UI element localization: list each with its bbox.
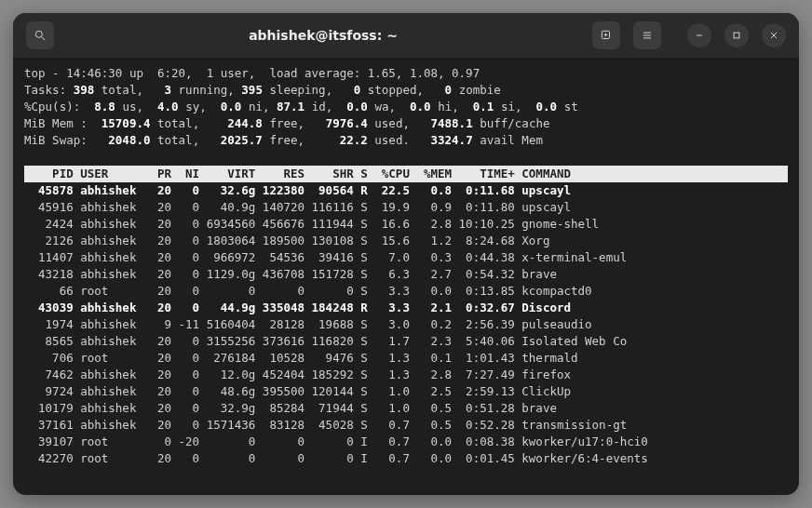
- new-tab-icon: [600, 29, 613, 42]
- minimize-button[interactable]: [687, 23, 711, 47]
- process-row: 37161 abhishek 20 0 1571436 83128 45028 …: [24, 418, 627, 432]
- process-row: 1974 abhishek 9 -11 5160404 28128 19688 …: [24, 317, 592, 331]
- process-row: 45916 abhishek 20 0 40.9g 140720 116116 …: [24, 200, 571, 214]
- process-row: 8565 abhishek 20 0 3155256 373616 116820…: [24, 334, 627, 348]
- titlebar: abhishek@itsfoss: ~: [13, 13, 799, 58]
- process-row: 706 root 20 0 276184 10528 9476 S 1.3 0.…: [24, 351, 578, 365]
- search-button[interactable]: [26, 21, 54, 49]
- minimize-icon: [693, 29, 706, 42]
- process-row: 42270 root 20 0 0 0 0 I 0.7 0.0 0:01.45 …: [24, 451, 648, 465]
- close-icon: [767, 29, 780, 42]
- svg-rect-9: [734, 33, 739, 38]
- close-button[interactable]: [762, 23, 786, 47]
- process-row: 7462 abhishek 20 0 12.0g 452404 185292 S…: [24, 368, 571, 381]
- hamburger-icon: [641, 29, 654, 42]
- process-row: 66 root 20 0 0 0 0 S 3.3 0.0 0:13.85 kco…: [24, 284, 592, 298]
- process-table-header: PID USER PR NI VIRT RES SHR S %CPU %MEM …: [24, 166, 788, 182]
- window-title: abhishek@itsfoss: ~: [58, 28, 589, 43]
- search-icon: [34, 29, 47, 42]
- maximize-icon: [730, 29, 743, 42]
- titlebar-actions: [589, 21, 790, 49]
- process-row: 10179 abhishek 20 0 32.9g 85284 71944 S …: [24, 401, 557, 415]
- terminal-output[interactable]: top - 14:46:30 up 6:20, 1 user, load ave…: [13, 58, 799, 495]
- svg-point-0: [35, 31, 42, 37]
- new-tab-button[interactable]: [592, 21, 620, 49]
- svg-line-1: [42, 37, 46, 41]
- process-row: 43218 abhishek 20 0 1129.0g 436708 15172…: [24, 267, 557, 281]
- menu-button[interactable]: [633, 21, 661, 49]
- process-row: 39107 root 0 -20 0 0 0 I 0.7 0.0 0:08.38…: [24, 434, 648, 448]
- process-row: 2126 abhishek 20 0 1803064 189500 130108…: [24, 234, 549, 247]
- process-row: 45878 abhishek 20 0 32.6g 122380 90564 R…: [24, 183, 571, 197]
- maximize-button[interactable]: [724, 23, 749, 47]
- process-row: 2424 abhishek 20 0 6934560 456676 111944…: [24, 217, 599, 231]
- process-row: 11407 abhishek 20 0 966972 54536 39416 S…: [24, 250, 627, 264]
- terminal-window: abhishek@itsfoss: ~ top - 14:46:30 up 6:…: [13, 13, 799, 495]
- process-row: 9724 abhishek 20 0 48.6g 395500 120144 S…: [24, 384, 571, 398]
- process-row: 43039 abhishek 20 0 44.9g 335048 184248 …: [24, 301, 571, 314]
